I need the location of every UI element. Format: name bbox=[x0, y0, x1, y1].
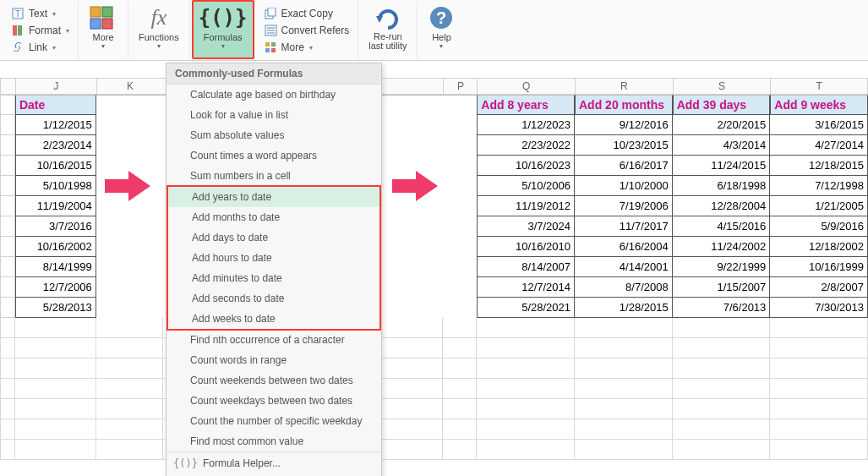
cell[interactable]: 11/19/2012 bbox=[477, 196, 575, 216]
row-header[interactable] bbox=[0, 135, 15, 156]
cell[interactable]: 10/23/2015 bbox=[575, 135, 673, 156]
row-header[interactable] bbox=[0, 216, 15, 237]
cell[interactable]: 5/9/2016 bbox=[770, 216, 868, 237]
cell[interactable]: 1/12/2015 bbox=[15, 115, 96, 135]
row-header[interactable] bbox=[0, 176, 15, 196]
menu-item[interactable]: Count the number of specific weekday bbox=[167, 411, 381, 431]
empty-cell[interactable] bbox=[15, 399, 96, 419]
col-header-t[interactable]: T bbox=[770, 78, 868, 95]
cell[interactable]: 4/27/2014 bbox=[770, 135, 868, 156]
cell[interactable]: 12/7/2006 bbox=[15, 277, 96, 298]
cells-grid[interactable]: DateAdd 8 yearsAdd 20 monthsAdd 39 daysA… bbox=[0, 95, 868, 460]
cell[interactable]: 6/18/1998 bbox=[673, 176, 771, 196]
formulas-button[interactable]: {()} Formulas ▾ bbox=[192, 0, 254, 59]
empty-cell[interactable] bbox=[575, 318, 673, 338]
menu-item[interactable]: Calculate age based on birthday bbox=[167, 85, 381, 105]
empty-cell[interactable] bbox=[575, 399, 673, 419]
cell[interactable]: 12/28/2004 bbox=[673, 196, 771, 216]
cell[interactable]: 2/20/2015 bbox=[673, 115, 771, 135]
cell[interactable]: 10/16/2023 bbox=[477, 156, 575, 176]
cell[interactable]: 12/7/2014 bbox=[477, 277, 575, 298]
empty-cell[interactable] bbox=[575, 419, 673, 440]
menu-item[interactable]: Count words in range bbox=[167, 350, 381, 370]
empty-cell[interactable] bbox=[96, 419, 164, 440]
more2-button[interactable]: More ▾ bbox=[261, 40, 353, 55]
cell[interactable] bbox=[443, 237, 477, 257]
row-header[interactable] bbox=[0, 115, 15, 135]
cell[interactable]: 2/8/2007 bbox=[770, 277, 868, 298]
menu-item[interactable]: Add years to date bbox=[168, 187, 379, 207]
empty-cell[interactable] bbox=[575, 379, 673, 399]
empty-cell[interactable] bbox=[0, 379, 15, 399]
cell[interactable]: 1/10/2000 bbox=[575, 176, 673, 196]
cell[interactable]: 5/10/1998 bbox=[15, 176, 96, 196]
cell[interactable]: 4/14/2001 bbox=[575, 257, 673, 277]
menu-item[interactable]: Find nth occurrence of a character bbox=[167, 330, 381, 350]
cell[interactable]: 11/7/2017 bbox=[575, 216, 673, 237]
empty-cell[interactable] bbox=[0, 440, 15, 460]
cell[interactable]: 1/21/2005 bbox=[770, 196, 868, 216]
menu-item[interactable]: Add days to date bbox=[168, 227, 379, 248]
cell[interactable]: 7/19/2006 bbox=[575, 196, 673, 216]
cell[interactable] bbox=[96, 95, 164, 115]
empty-cell[interactable] bbox=[477, 358, 575, 379]
cell[interactable]: 2/23/2014 bbox=[15, 135, 96, 156]
empty-cell[interactable] bbox=[673, 379, 771, 399]
cell[interactable]: 4/3/2014 bbox=[673, 135, 771, 156]
empty-cell[interactable] bbox=[575, 338, 673, 358]
cell[interactable]: Add 9 weeks bbox=[770, 95, 868, 115]
empty-cell[interactable] bbox=[0, 399, 15, 419]
functions-button[interactable]: fx Functions ▾ bbox=[134, 2, 184, 57]
menu-item[interactable]: Sum numbers in a cell bbox=[167, 166, 381, 186]
cell[interactable]: 8/7/2008 bbox=[575, 277, 673, 298]
cell[interactable]: 7/30/2013 bbox=[770, 298, 868, 318]
cell[interactable]: 3/16/2015 bbox=[770, 115, 868, 135]
cell[interactable]: 7/12/1998 bbox=[770, 176, 868, 196]
cell[interactable] bbox=[443, 95, 477, 115]
empty-cell[interactable] bbox=[15, 440, 96, 460]
text-button[interactable]: T Text ▾ bbox=[8, 6, 73, 21]
cell[interactable] bbox=[96, 135, 164, 156]
cell[interactable]: 4/15/2016 bbox=[673, 216, 771, 237]
cell[interactable]: 8/14/2007 bbox=[477, 257, 575, 277]
cell[interactable] bbox=[96, 277, 164, 298]
cell[interactable] bbox=[443, 298, 477, 318]
empty-cell[interactable] bbox=[443, 440, 477, 460]
row-header[interactable] bbox=[0, 298, 15, 318]
cell[interactable]: 8/14/1999 bbox=[15, 257, 96, 277]
empty-cell[interactable] bbox=[443, 379, 477, 399]
col-header-q[interactable]: Q bbox=[477, 78, 575, 95]
cell[interactable]: 10/16/2002 bbox=[15, 237, 96, 257]
empty-cell[interactable] bbox=[770, 419, 868, 440]
menu-item[interactable]: Sum absolute values bbox=[167, 125, 381, 145]
empty-cell[interactable] bbox=[477, 338, 575, 358]
empty-cell[interactable] bbox=[96, 399, 164, 419]
cell[interactable]: 5/28/2013 bbox=[15, 298, 96, 318]
format-button[interactable]: Format ▾ bbox=[8, 23, 73, 38]
cell[interactable] bbox=[443, 196, 477, 216]
empty-cell[interactable] bbox=[477, 318, 575, 338]
col-header-k[interactable]: K bbox=[96, 78, 164, 95]
cell[interactable]: 3/7/2024 bbox=[477, 216, 575, 237]
menu-item[interactable]: Add weeks to date bbox=[168, 309, 379, 329]
menu-item[interactable]: Count weekends between two dates bbox=[167, 370, 381, 391]
menu-item[interactable]: Count weekdays between two dates bbox=[167, 391, 381, 411]
empty-cell[interactable] bbox=[575, 440, 673, 460]
empty-cell[interactable] bbox=[477, 399, 575, 419]
cell[interactable] bbox=[443, 176, 477, 196]
cell[interactable]: Date bbox=[15, 95, 96, 115]
empty-cell[interactable] bbox=[443, 358, 477, 379]
empty-cell[interactable] bbox=[477, 379, 575, 399]
cell[interactable]: 11/19/2004 bbox=[15, 196, 96, 216]
row-header[interactable] bbox=[0, 95, 15, 115]
empty-cell[interactable] bbox=[15, 338, 96, 358]
empty-cell[interactable] bbox=[673, 318, 771, 338]
cell[interactable]: 12/18/2015 bbox=[770, 156, 868, 176]
empty-cell[interactable] bbox=[96, 440, 164, 460]
cell[interactable]: 1/15/2007 bbox=[673, 277, 771, 298]
empty-cell[interactable] bbox=[443, 399, 477, 419]
cell[interactable] bbox=[443, 135, 477, 156]
empty-cell[interactable] bbox=[673, 440, 771, 460]
menu-item[interactable]: Add months to date bbox=[168, 207, 379, 227]
row-header[interactable] bbox=[0, 156, 15, 176]
